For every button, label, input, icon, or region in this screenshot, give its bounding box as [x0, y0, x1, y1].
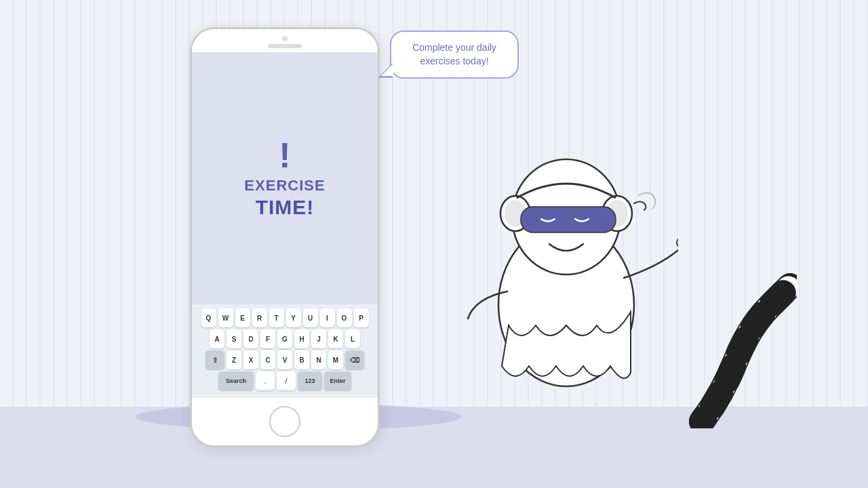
phone-bottom	[192, 398, 378, 445]
key-h[interactable]: H	[294, 329, 309, 348]
key-o[interactable]: O	[337, 308, 352, 327]
keyboard-row-1: Q W E R T Y U I O P	[195, 308, 375, 327]
phone-top	[192, 29, 378, 52]
key-d[interactable]: D	[243, 329, 258, 348]
key-y[interactable]: Y	[286, 308, 301, 327]
key-e[interactable]: E	[235, 308, 250, 327]
key-j[interactable]: J	[311, 329, 326, 348]
key-dot[interactable]: .	[256, 371, 275, 390]
key-k[interactable]: K	[328, 329, 343, 348]
phone: ! EXERCISE TIME! Q W E R T Y U I O P A S	[190, 27, 380, 447]
key-s[interactable]: S	[226, 329, 241, 348]
phone-camera	[282, 36, 288, 41]
home-button[interactable]	[269, 406, 300, 437]
svg-rect-6	[521, 207, 616, 232]
key-g[interactable]: G	[277, 329, 292, 348]
key-x[interactable]: X	[243, 350, 258, 369]
key-q[interactable]: Q	[201, 308, 216, 327]
key-n[interactable]: N	[311, 350, 326, 369]
key-backspace[interactable]: ⌫	[345, 350, 364, 369]
key-shift[interactable]: ⇧	[205, 350, 224, 369]
key-r[interactable]: R	[252, 308, 267, 327]
key-b[interactable]: B	[294, 350, 309, 369]
exercise-label-bottom: TIME!	[256, 196, 315, 219]
key-search[interactable]: Search	[218, 371, 254, 390]
speech-bubble: Complete your daily exercises today!	[390, 30, 519, 79]
keyboard-row-3: ⇧ Z X C V B N M ⌫	[195, 350, 375, 369]
exercise-label-top: EXERCISE	[244, 177, 325, 195]
tail-svg	[661, 272, 797, 428]
key-l[interactable]: L	[345, 329, 360, 348]
key-f[interactable]: F	[260, 329, 275, 348]
exclamation-icon: !	[279, 138, 290, 173]
speech-text: Complete your daily exercises today!	[412, 42, 496, 66]
keyboard: Q W E R T Y U I O P A S D F G H J K	[192, 304, 378, 398]
key-t[interactable]: T	[269, 308, 284, 327]
key-a[interactable]: A	[210, 329, 224, 348]
key-slash[interactable]: /	[277, 371, 296, 390]
key-c[interactable]: C	[260, 350, 275, 369]
key-p[interactable]: P	[354, 308, 369, 327]
key-i[interactable]: I	[320, 308, 335, 327]
key-enter[interactable]: Enter	[324, 371, 351, 390]
key-m[interactable]: M	[328, 350, 343, 369]
key-123[interactable]: 123	[298, 371, 322, 390]
exercise-area: ! EXERCISE TIME!	[192, 52, 378, 304]
key-w[interactable]: W	[218, 308, 233, 327]
key-v[interactable]: V	[277, 350, 292, 369]
phone-screen: ! EXERCISE TIME! Q W E R T Y U I O P A S	[192, 52, 378, 398]
keyboard-row-2: A S D F G H J K L	[195, 329, 375, 348]
svg-point-7	[677, 237, 678, 249]
character	[461, 88, 678, 427]
keyboard-row-4: Search . / 123 Enter	[195, 371, 375, 390]
key-z[interactable]: Z	[226, 350, 241, 369]
phone-speaker	[268, 44, 302, 48]
key-u[interactable]: U	[303, 308, 318, 327]
